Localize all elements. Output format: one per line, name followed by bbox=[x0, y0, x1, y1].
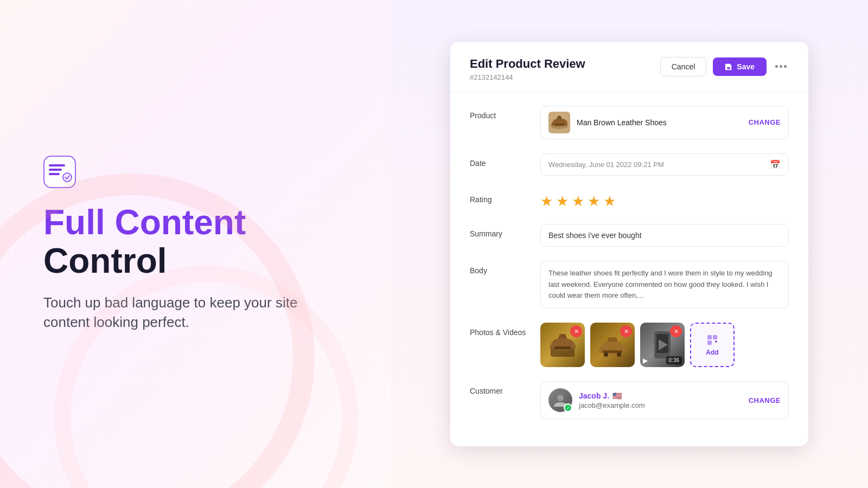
svg-point-5 bbox=[63, 173, 72, 182]
product-change-button[interactable]: CHANGE bbox=[749, 118, 781, 126]
app-logo bbox=[43, 156, 76, 188]
date-label: Date bbox=[470, 153, 540, 168]
card-title-area: Edit Product Review #2132142144 bbox=[470, 57, 585, 81]
date-control: Wednesday, June 01 2022 09:21 PM 📅 bbox=[540, 153, 789, 176]
svg-rect-19 bbox=[716, 341, 717, 343]
customer-field: ✓ Jacob J. 🇺🇸 jacob@example.com CHANGE bbox=[540, 381, 789, 419]
right-panel: Edit Product Review #2132142144 Cancel S… bbox=[391, 0, 868, 488]
save-button[interactable]: Save bbox=[713, 57, 767, 76]
product-field: Man Brown Leather Shoes CHANGE bbox=[540, 106, 789, 139]
svg-rect-4 bbox=[49, 173, 60, 175]
svg-point-11 bbox=[604, 352, 608, 357]
hero-title: Full Content Control bbox=[43, 203, 347, 280]
svg-rect-7 bbox=[554, 124, 564, 125]
star-1[interactable]: ★ bbox=[540, 193, 553, 210]
customer-row: Customer ✓ bbox=[470, 381, 789, 419]
photos-control: ✕ bbox=[540, 323, 789, 367]
summary-control: Best shoes i've ever bought bbox=[540, 224, 789, 247]
photos-grid: ✕ bbox=[540, 323, 789, 367]
calendar-icon: 📅 bbox=[770, 159, 781, 170]
svg-rect-2 bbox=[49, 164, 65, 166]
add-photo-button[interactable]: Add bbox=[690, 323, 735, 367]
customer-label: Customer bbox=[470, 381, 540, 395]
svg-rect-0 bbox=[43, 156, 76, 188]
video-duration: 0:36 bbox=[666, 356, 682, 364]
product-control: Man Brown Leather Shoes CHANGE bbox=[540, 106, 789, 139]
card-actions: Cancel Save bbox=[660, 57, 789, 76]
svg-rect-16 bbox=[713, 335, 717, 339]
rating-row: Rating ★ ★ ★ ★ ★ bbox=[470, 190, 789, 210]
customer-email: jacob@example.com bbox=[579, 401, 742, 409]
date-row: Date Wednesday, June 01 2022 09:21 PM 📅 bbox=[470, 153, 789, 176]
more-options-button[interactable] bbox=[773, 63, 789, 70]
avatar-wrapper: ✓ bbox=[548, 388, 572, 412]
customer-control: ✓ Jacob J. 🇺🇸 jacob@example.com CHANGE bbox=[540, 381, 789, 419]
product-name: Man Brown Leather Shoes bbox=[577, 118, 742, 127]
star-3[interactable]: ★ bbox=[572, 193, 584, 210]
card-header: Edit Product Review #2132142144 Cancel S… bbox=[450, 42, 808, 93]
summary-label: Summary bbox=[470, 224, 540, 238]
svg-rect-15 bbox=[707, 335, 712, 339]
rating-control: ★ ★ ★ ★ ★ bbox=[540, 190, 789, 210]
summary-row: Summary Best shoes i've ever bought bbox=[470, 224, 789, 247]
summary-field[interactable]: Best shoes i've ever bought bbox=[540, 224, 789, 247]
photo-item-3: ✕ ▶ 0:36 bbox=[640, 323, 685, 367]
body-row: Body These leather shoes fit perfectly a… bbox=[470, 261, 789, 309]
star-5[interactable]: ★ bbox=[603, 193, 616, 210]
add-photo-icon bbox=[706, 333, 719, 346]
svg-point-12 bbox=[617, 352, 621, 357]
card-body: Product Man Brown Leather S bbox=[450, 93, 808, 446]
star-4[interactable]: ★ bbox=[588, 193, 600, 210]
photos-label: Photos & Videos bbox=[470, 323, 540, 337]
hero-subtitle: Touch up bad language to keep your site … bbox=[43, 293, 336, 332]
svg-rect-9 bbox=[554, 346, 571, 349]
customer-change-button[interactable]: CHANGE bbox=[749, 396, 781, 404]
photo-item-1: ✕ bbox=[540, 323, 585, 367]
cancel-button[interactable]: Cancel bbox=[660, 57, 707, 76]
card-title: Edit Product Review bbox=[470, 57, 585, 71]
product-label: Product bbox=[470, 106, 540, 120]
edit-review-card: Edit Product Review #2132142144 Cancel S… bbox=[450, 42, 808, 446]
add-photo-label: Add bbox=[706, 349, 718, 356]
photos-row: Photos & Videos bbox=[470, 323, 789, 367]
date-field[interactable]: Wednesday, June 01 2022 09:21 PM 📅 bbox=[540, 153, 789, 176]
save-icon bbox=[725, 63, 732, 70]
svg-rect-3 bbox=[49, 169, 62, 171]
customer-flag: 🇺🇸 bbox=[612, 391, 622, 400]
svg-point-20 bbox=[557, 395, 564, 401]
star-rating[interactable]: ★ ★ ★ ★ ★ bbox=[540, 190, 789, 210]
play-icon: ▶ bbox=[643, 357, 648, 364]
product-row: Product Man Brown Leather S bbox=[470, 106, 789, 139]
date-value: Wednesday, June 01 2022 09:21 PM bbox=[548, 160, 664, 169]
svg-rect-17 bbox=[707, 341, 712, 345]
customer-info: Jacob J. 🇺🇸 jacob@example.com bbox=[579, 391, 742, 409]
body-field[interactable]: These leather shoes fit perfectly and I … bbox=[540, 261, 789, 309]
customer-name: Jacob J. 🇺🇸 bbox=[579, 391, 742, 400]
body-control: These leather shoes fit perfectly and I … bbox=[540, 261, 789, 309]
body-label: Body bbox=[470, 261, 540, 275]
left-panel: Full Content Control Touch up bad langua… bbox=[0, 0, 391, 488]
rating-label: Rating bbox=[470, 190, 540, 204]
card-id: #2132142144 bbox=[470, 73, 585, 81]
photo-item-2: ✕ bbox=[590, 323, 635, 367]
product-thumbnail bbox=[548, 112, 570, 133]
star-2[interactable]: ★ bbox=[556, 193, 569, 210]
avatar-verified-badge: ✓ bbox=[564, 403, 572, 412]
